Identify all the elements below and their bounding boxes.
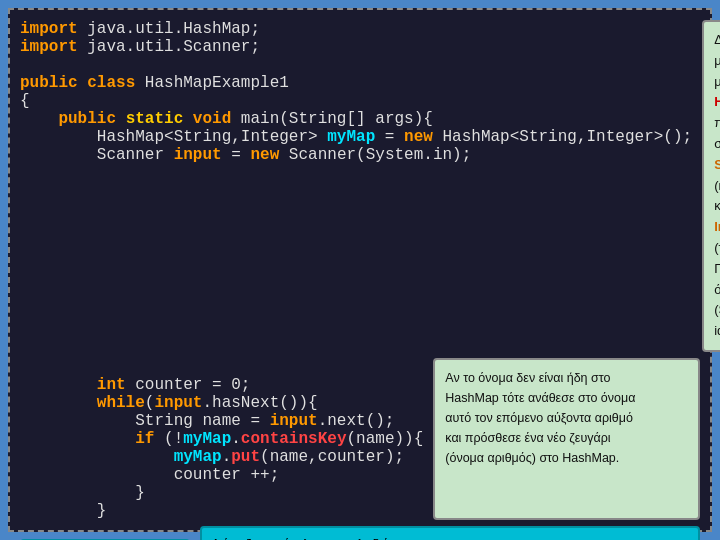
bubble-tr-text: Δήλωση μιας μεταβλητής HashMap που συσχε… xyxy=(714,32,720,338)
close-if: } xyxy=(20,484,423,502)
mid-section: int counter = 0; while(input.hasNext()){… xyxy=(20,358,700,520)
bottom-label-section: Διατρέχοντας το HashMap Διέτρεξε το σύνο… xyxy=(20,526,700,540)
map-init: HashMap<String,Integer> myMap = new Hash… xyxy=(20,128,692,146)
counter-inc: counter ++; xyxy=(20,466,423,484)
code-imports: import java.util.HashMap; import java.ut… xyxy=(20,20,692,352)
while-loop: while(input.hasNext()){ xyxy=(20,394,423,412)
bubble-bottom-right: Διέτρεξε το σύνολο με τα κλειδιά (ονόματ… xyxy=(200,526,700,540)
scanner-init: Scanner input = new Scanner(System.in); xyxy=(20,146,692,164)
blank xyxy=(20,56,692,74)
main-container: import java.util.HashMap; import java.ut… xyxy=(8,8,712,532)
counter-init: int counter = 0; xyxy=(20,376,423,394)
import-line-1: import java.util.HashMap; xyxy=(20,20,692,38)
open-brace: { xyxy=(20,92,692,110)
bubble-mr-text: Αν το όνομα δεν είναι ήδη στο HashMap τό… xyxy=(445,371,635,465)
blank2 xyxy=(20,358,423,376)
name-assign: String name = input.next(); xyxy=(20,412,423,430)
import-line-2: import java.util.Scanner; xyxy=(20,38,692,56)
top-section: import java.util.HashMap; import java.ut… xyxy=(20,20,700,352)
bubble-top-right: Δήλωση μιας μεταβλητής HashMap που συσχε… xyxy=(702,20,720,352)
code-mid: int counter = 0; while(input.hasNext()){… xyxy=(20,358,423,520)
main-sig: public static void main(String[] args){ xyxy=(20,110,692,128)
bubble-mid-right: Αν το όνομα δεν είναι ήδη στο HashMap τό… xyxy=(433,358,700,520)
put-stmt: myMap.put(name,counter); xyxy=(20,448,423,466)
class-def: public class HashMapExample1 xyxy=(20,74,692,92)
close-while: } xyxy=(20,502,423,520)
if-stmt: if (!myMap.containsKey(name)){ xyxy=(20,430,423,448)
